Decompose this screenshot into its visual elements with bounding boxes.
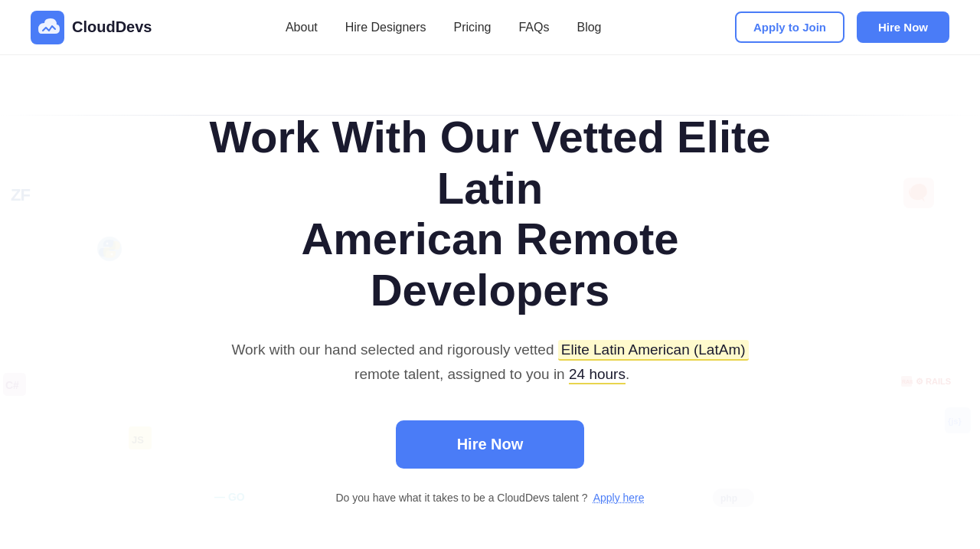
hero-subtitle: Work with our hand selected and rigorous… — [230, 338, 750, 387]
svg-text:RAILS: RAILS — [902, 379, 913, 384]
csharp-icon: C# — [3, 373, 26, 396]
logo-icon — [31, 11, 64, 44]
nav-hire-designers[interactable]: Hire Designers — [345, 21, 426, 34]
svg-rect-4 — [903, 178, 934, 208]
rails-icon: RAILS ⚙ RAILS — [900, 375, 951, 387]
nodejs-icon: {js} — [945, 407, 971, 433]
js-icon: JS — [129, 426, 152, 449]
hero-title: Work With Our Vetted Elite Latin America… — [191, 112, 789, 316]
nav-links: About Hire Designers Pricing FAQs Blog — [286, 21, 602, 34]
go-icon: — GO — [214, 491, 245, 503]
svg-text:C#: C# — [5, 379, 19, 391]
svg-rect-11 — [129, 426, 152, 449]
navbar: CloudDevs About Hire Designers Pricing F… — [0, 0, 980, 55]
svg-point-2 — [106, 243, 109, 245]
nav-pricing[interactable]: Pricing — [454, 21, 492, 34]
svg-rect-5 — [901, 376, 912, 387]
php-icon: php — [713, 489, 754, 507]
svg-text:{js}: {js} — [948, 417, 962, 426]
hire-now-hero-button[interactable]: Hire Now — [396, 420, 585, 469]
hero-section: ZF RAILS ⚙ RAILS — [0, 55, 980, 545]
nav-faqs[interactable]: FAQs — [518, 21, 549, 34]
svg-rect-13 — [713, 489, 754, 507]
svg-text:php: php — [720, 493, 737, 504]
apply-here-link[interactable]: Apply here — [593, 492, 645, 504]
nav-blog[interactable]: Blog — [577, 21, 601, 34]
highlight-hours: 24 hours — [569, 366, 626, 384]
hire-now-nav-button[interactable]: Hire Now — [857, 11, 949, 43]
svg-text:JS: JS — [132, 434, 144, 446]
svg-rect-9 — [3, 373, 26, 396]
zf-icon: ZF — [11, 185, 30, 205]
svg-rect-7 — [945, 407, 971, 433]
apply-to-join-button[interactable]: Apply to Join — [735, 11, 844, 43]
swift-icon — [903, 178, 934, 208]
svg-point-1 — [97, 237, 122, 261]
svg-point-3 — [111, 253, 113, 256]
nav-actions: Apply to Join Hire Now — [735, 11, 949, 43]
highlight-latam: Elite Latin American (LatAm) — [558, 340, 749, 361]
nav-about[interactable]: About — [286, 21, 318, 34]
logo-link[interactable]: CloudDevs — [31, 11, 152, 44]
logo-text: CloudDevs — [72, 18, 152, 36]
talent-cta: Do you have what it takes to be a CloudD… — [335, 492, 644, 504]
python-icon — [96, 235, 123, 263]
